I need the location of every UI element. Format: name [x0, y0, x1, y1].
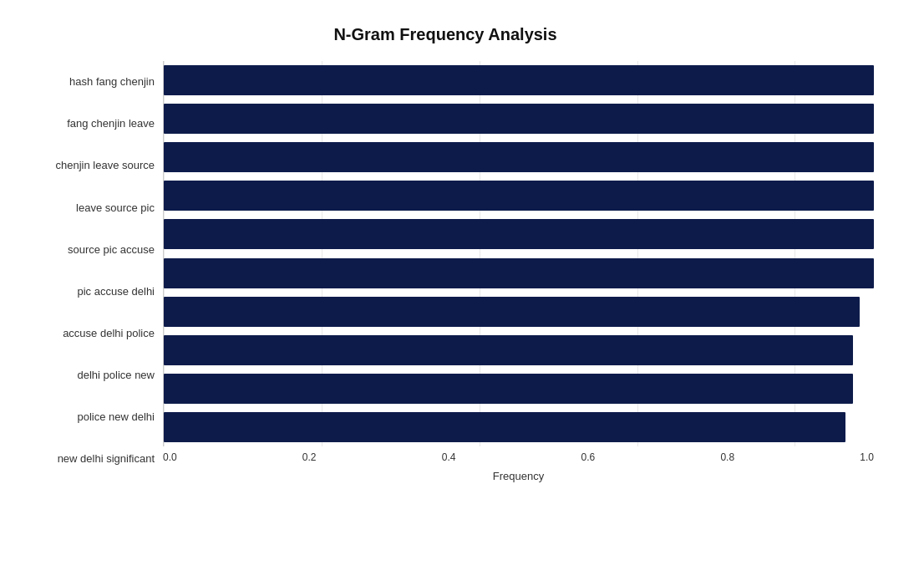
y-label: accuse delhi police	[63, 327, 155, 340]
y-label: delhi police new	[77, 369, 155, 382]
bar-row	[164, 253, 874, 292]
bar-row	[164, 408, 874, 446]
x-tick: 0.6	[581, 451, 596, 463]
x-tick: 0.4	[442, 451, 456, 463]
y-label: leave source pic	[76, 201, 155, 215]
x-tick: 0.2	[302, 451, 317, 463]
chart-container: N-Gram Frequency Analysis hash fang chen…	[0, 0, 924, 586]
bar	[164, 335, 853, 365]
bar-row	[164, 369, 874, 408]
bar	[164, 219, 874, 249]
bars-and-xaxis: 0.00.20.40.60.81.0 Frequency	[163, 61, 874, 480]
y-label: fang chenjin leave	[67, 117, 155, 130]
bar	[164, 181, 874, 211]
bar	[164, 65, 874, 95]
bar-row	[164, 293, 874, 331]
y-label: source pic accuse	[68, 243, 155, 257]
x-axis: 0.00.20.40.60.81.0 Frequency	[163, 446, 874, 480]
y-label: hash fang chenjin	[69, 75, 155, 89]
bar	[164, 297, 860, 327]
bar	[164, 412, 845, 442]
bar	[164, 142, 874, 172]
x-axis-label: Frequency	[163, 470, 874, 482]
y-label: chenjin leave source	[55, 159, 155, 172]
chart-title: N-Gram Frequency Analysis	[17, 17, 874, 44]
x-tick: 1.0	[860, 451, 874, 463]
x-ticks: 0.00.20.40.60.81.0	[163, 446, 874, 463]
bar-row	[164, 138, 874, 176]
chart-area: hash fang chenjinfang chenjin leavechenj…	[17, 61, 874, 480]
y-label: pic accuse delhi	[78, 285, 155, 298]
y-axis: hash fang chenjinfang chenjin leavechenj…	[17, 61, 163, 480]
y-label: new delhi significant	[58, 452, 155, 466]
bars-area	[163, 61, 874, 446]
bar-row	[164, 176, 874, 215]
bar-row	[164, 61, 874, 99]
x-tick: 0.0	[163, 451, 177, 463]
bar	[164, 374, 853, 404]
bar	[164, 104, 874, 134]
y-label: police new delhi	[77, 410, 155, 424]
bar	[164, 258, 874, 288]
x-tick: 0.8	[720, 451, 734, 463]
bar-row	[164, 99, 874, 138]
bar-row	[164, 215, 874, 253]
bar-row	[164, 331, 874, 369]
